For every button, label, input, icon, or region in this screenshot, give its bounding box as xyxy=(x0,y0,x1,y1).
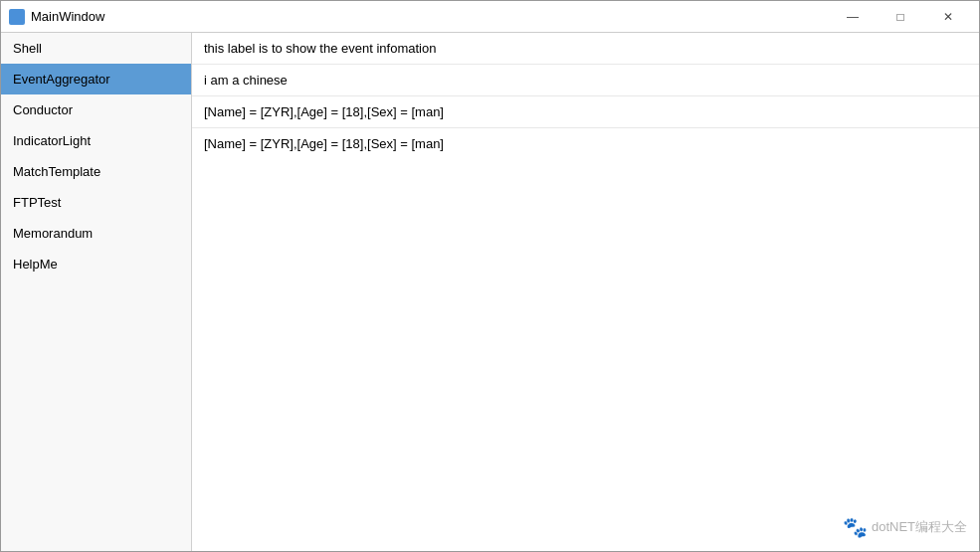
maximize-button[interactable]: □ xyxy=(878,5,923,29)
sidebar-item-eventaggregator[interactable]: EventAggregator xyxy=(1,64,191,94)
window-body: ShellEventAggregatorConductorIndicatorLi… xyxy=(1,33,979,551)
main-content: this label is to show the event infomati… xyxy=(192,33,979,551)
window-icon xyxy=(9,9,25,25)
minimize-button[interactable]: — xyxy=(830,5,876,29)
watermark-icon: 🐾 xyxy=(843,515,868,539)
content-rows: this label is to show the event infomati… xyxy=(192,33,979,159)
sidebar-item-matchtemplate[interactable]: MatchTemplate xyxy=(1,156,191,187)
title-bar-controls: — □ ✕ xyxy=(830,5,971,29)
sidebar-item-ftptest[interactable]: FTPTest xyxy=(1,187,191,218)
title-bar-left: MainWindow xyxy=(9,9,104,25)
svg-rect-0 xyxy=(11,11,16,16)
window-title: MainWindow xyxy=(31,9,104,24)
watermark: 🐾 dotNET编程大全 xyxy=(843,515,967,539)
watermark-text: dotNET编程大全 xyxy=(872,518,967,536)
content-row-row1: this label is to show the event infomati… xyxy=(192,33,979,65)
sidebar-item-shell[interactable]: Shell xyxy=(1,33,191,64)
sidebar-item-indicatorlight[interactable]: IndicatorLight xyxy=(1,125,191,156)
sidebar: ShellEventAggregatorConductorIndicatorLi… xyxy=(1,33,192,551)
svg-rect-3 xyxy=(18,18,23,23)
content-row-row4: [Name] = [ZYR],[Age] = [18],[Sex] = [man… xyxy=(192,128,979,159)
sidebar-item-helpme[interactable]: HelpMe xyxy=(1,249,191,279)
content-row-row3: [Name] = [ZYR],[Age] = [18],[Sex] = [man… xyxy=(192,96,979,128)
sidebar-item-conductor[interactable]: Conductor xyxy=(1,94,191,125)
svg-rect-1 xyxy=(18,11,23,16)
svg-rect-2 xyxy=(11,18,16,23)
content-row-row2: i am a chinese xyxy=(192,65,979,96)
close-button[interactable]: ✕ xyxy=(925,5,971,29)
title-bar: MainWindow — □ ✕ xyxy=(1,1,979,33)
sidebar-item-memorandum[interactable]: Memorandum xyxy=(1,218,191,249)
main-window: MainWindow — □ ✕ ShellEventAggregatorCon… xyxy=(0,0,980,552)
